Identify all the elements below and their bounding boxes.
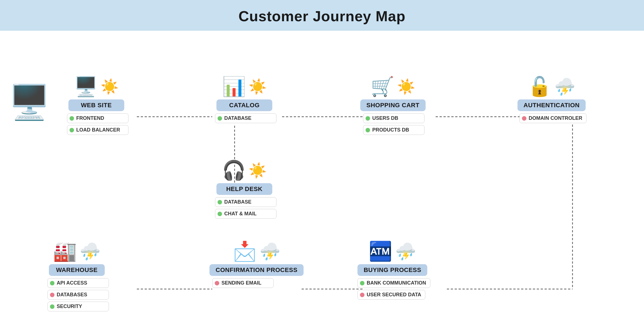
node-authentication: 🔓 ⛈️ AUTHENTICATION DOMAIN CONTROLER [517,75,586,123]
api-dot [50,281,54,285]
frontend-dot [70,116,74,121]
catalog-database-dot [218,116,222,121]
buying-icon-row: 🏧 ⛈️ [369,240,416,263]
node-buying: 🏧 ⛈️ BUYING PROCESS BANK COMMUNICATION U… [355,240,430,300]
node-warehouse: 🏭 ⛈️ WAREHOUSE API ACCESS DATABASES SECU… [45,240,109,311]
loadbalancer-label: LOAD BALANCER [76,127,120,133]
authentication-storm-icon: ⛈️ [554,77,575,97]
catalog-header: CATALOG [216,99,272,111]
shoppingcart-header: SHOPPING CART [360,99,426,111]
authentication-lock-icon: 🔓 [528,75,552,98]
domain-dot [522,116,526,121]
sendingemail-label: SENDING EMAIL [221,280,261,286]
databases-dot [50,293,54,297]
security-label: SECURITY [57,304,82,309]
catalog-database-label: DATABASE [224,115,251,121]
authentication-icon-row: 🔓 ⛈️ [528,75,575,98]
security-dot [50,304,54,309]
productsdb-dot [366,128,370,132]
helpdesk-item-chatmail: CHAT & MAIL [215,209,276,219]
databases-label: DATABASES [57,292,87,298]
confirmation-header: CONFIRMATION PROCESS [209,264,304,276]
authentication-item-domain: DOMAIN CONTROLER [519,113,586,123]
bank-dot [360,281,364,285]
website-header: WEB SITE [68,99,124,111]
catalog-barcode-icon: 📊 [222,75,246,98]
shoppingcart-item-usersdb: USERS DB [363,113,424,123]
warehouse-item-security: SECURITY [47,302,109,311]
productsdb-label: PRODUCTS DB [372,127,409,133]
warehouse-icon-row: 🏭 ⛈️ [53,240,101,263]
node-confirmation: 📩 ⛈️ CONFIRMATION PROCESS SENDING EMAIL [209,240,304,288]
website-monitor-icon: 🖥️ [74,75,98,98]
secured-label: USER SECURED DATA [367,292,421,298]
website-icon-row: 🖥️ ☀️ [74,75,119,98]
shoppingcart-items: USERS DB PRODUCTS DB [360,113,426,135]
domain-label: DOMAIN CONTROLER [529,115,582,121]
frontend-label: FRONTEND [76,115,104,121]
website-items: FRONTEND LOAD BALANCER [64,113,128,135]
buying-item-secured: USER SECURED DATA [357,290,425,300]
helpdesk-sun-icon: ☀️ [249,162,267,179]
helpdesk-database-dot [218,200,222,204]
node-shoppingcart: 🛒 ☀️ SHOPPING CART USERS DB PRODUCTS DB [360,75,426,135]
catalog-sun-icon: ☀️ [249,78,267,95]
helpdesk-chatmail-dot [218,212,222,216]
bank-label: BANK COMMUNICATION [367,280,426,286]
authentication-header: AUTHENTICATION [517,99,586,111]
warehouse-factory-icon: 🏭 [53,240,77,263]
usersdb-dot [366,116,370,121]
website-sun-icon: ☀️ [101,78,119,95]
warehouse-items: API ACCESS DATABASES SECURITY [45,278,109,311]
shoppingcart-item-productsdb: PRODUCTS DB [363,125,424,135]
confirmation-item-email: SENDING EMAIL [212,278,274,288]
website-item-frontend: FRONTEND [67,113,128,123]
warehouse-item-api: API ACCESS [47,278,109,288]
main-canvas: 🖥️ 🖥️ ☀️ WEB SITE FRONTEND LOAD BALANCER… [0,39,644,334]
secured-dot [360,293,364,297]
warehouse-header: WAREHOUSE [49,264,105,276]
shoppingcart-icon-row: 🛒 ☀️ [371,75,415,98]
confirmation-items: SENDING EMAIL [209,278,304,288]
node-helpdesk: 🎧 ☀️ HELP DESK DATABASE CHAT & MAIL [212,159,276,219]
sendingemail-dot [215,281,219,285]
buying-item-bank: BANK COMMUNICATION [357,278,430,288]
confirmation-email-icon: 📩 [233,240,257,263]
node-catalog: 📊 ☀️ CATALOG DATABASE [212,75,276,123]
confirmation-icon-row: 📩 ⛈️ [233,240,280,263]
buying-header: BUYING PROCESS [357,264,427,276]
buying-storm-icon: ⛈️ [395,242,416,261]
catalog-items: DATABASE [212,113,276,123]
node-website: 🖥️ ☀️ WEB SITE FRONTEND LOAD BALANCER [64,75,128,135]
warehouse-item-databases: DATABASES [47,290,109,300]
helpdesk-support-icon: 🎧 [222,159,246,182]
helpdesk-icon-row: 🎧 ☀️ [222,159,267,182]
usersdb-label: USERS DB [372,115,398,121]
helpdesk-header: HELP DESK [216,183,272,195]
helpdesk-chatmail-label: CHAT & MAIL [224,211,257,217]
catalog-item-database: DATABASE [215,113,276,123]
header: Customer Journey Map [0,0,644,31]
helpdesk-item-database: DATABASE [215,197,276,207]
api-label: API ACCESS [57,280,87,286]
confirmation-storm-icon: ⛈️ [259,242,280,261]
catalog-icon-row: 📊 ☀️ [222,75,267,98]
buying-atm-icon: 🏧 [369,240,392,263]
shoppingcart-cart-icon: 🛒 [371,75,394,98]
shoppingcart-sun-icon: ☀️ [397,78,415,95]
page-title: Customer Journey Map [0,8,644,25]
loadbalancer-dot [70,128,74,132]
website-item-loadbalancer: LOAD BALANCER [67,125,128,135]
helpdesk-items: DATABASE CHAT & MAIL [212,197,276,219]
helpdesk-database-label: DATABASE [224,199,251,205]
authentication-items: DOMAIN CONTROLER [517,113,586,123]
computer-image: 🖥️ [8,85,50,119]
warehouse-storm-icon: ⛈️ [80,242,101,261]
buying-items: BANK COMMUNICATION USER SECURED DATA [355,278,430,300]
